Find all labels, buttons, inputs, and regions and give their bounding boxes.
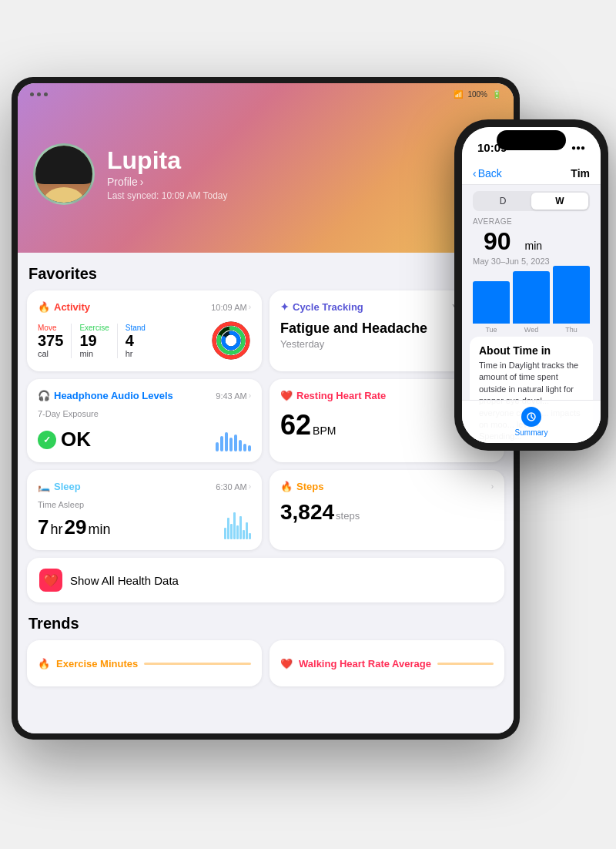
ok-badge: ✓ OK	[38, 428, 91, 451]
iphone-nav-title: Tim	[571, 167, 590, 180]
headphone-chevron: ›	[249, 391, 251, 400]
activity-title: 🔥 Activity	[38, 301, 90, 313]
sleep-hours: 7	[38, 515, 49, 539]
average-value-row: 90 min	[473, 227, 590, 255]
headphone-card-header: 🎧 Headphone Audio Levels 9:43 AM ›	[38, 390, 251, 401]
heart-unit: BPM	[313, 424, 336, 437]
scene: 📶 100% 🔋 Lupita Profile ›	[0, 0, 616, 849]
sleep-bars	[224, 512, 251, 539]
ipad-screen: 📶 100% 🔋 Lupita Profile ›	[18, 83, 514, 733]
stand-stat: Stand 4 hr	[126, 324, 146, 358]
sleep-time: 6:30 AM ›	[216, 482, 251, 492]
sleep-minutes: 29	[64, 515, 86, 539]
average-unit: min	[525, 240, 543, 252]
activity-time: 10:09 AM ›	[211, 303, 251, 312]
bar-label-thu: Thu	[565, 326, 578, 334]
ipad-content[interactable]: Favorites 🔥 Activity 10:09 AM ›	[18, 253, 514, 733]
exercise-unit: min	[79, 349, 109, 358]
time-asleep-label: Time Asleep	[38, 500, 251, 509]
audio-bar-1	[216, 442, 219, 451]
audio-bar-6	[239, 440, 242, 451]
activity-bottom: Move 375 cal Exercise 19 min	[38, 320, 251, 361]
sleep-bottom: 7 hr 29 min	[38, 512, 251, 539]
steps-title: 🔥 Steps	[280, 481, 323, 492]
header-text: Lupita Profile › Last synced: 10:09 AM T…	[107, 147, 228, 201]
trends-cards: 🔥 Exercise Minutes ❤️ Walking Heart Rate…	[27, 640, 504, 686]
audio-bar-3	[225, 432, 228, 451]
sleep-card[interactable]: 🛏️ Sleep 6:30 AM › Time Asleep 7	[27, 470, 262, 550]
bar-chart: Tue Wed Thu	[462, 272, 601, 334]
headphone-card[interactable]: 🎧 Headphone Audio Levels 9:43 AM › 7-Day…	[27, 379, 262, 462]
battery-icon: 🔋	[492, 90, 501, 99]
favorites-title: Favorites	[28, 265, 504, 283]
headphone-title: 🎧 Headphone Audio Levels	[38, 390, 173, 401]
user-name: Lupita	[107, 147, 228, 174]
sleep-duration: 7 hr 29 min	[38, 515, 110, 539]
ipad-header: Lupita Profile › Last synced: 10:09 AM T…	[18, 83, 514, 253]
activity-card[interactable]: 🔥 Activity 10:09 AM › Move	[27, 290, 262, 371]
summary-tab-label: Summary	[515, 428, 548, 437]
stand-unit: hr	[126, 349, 146, 358]
move-unit: cal	[38, 349, 63, 358]
bar-label-tue: Tue	[485, 326, 497, 334]
trends-title: Trends	[28, 615, 504, 633]
iphone-tab-bar: Summary	[462, 400, 601, 443]
trend-exercise-card[interactable]: 🔥 Exercise Minutes	[27, 640, 262, 686]
audio-bars	[216, 428, 251, 451]
audio-bar-8	[248, 445, 251, 451]
trend-exercise-title: Exercise Minutes	[56, 658, 138, 669]
cycle-title: ✦ Cycle Tracking	[280, 301, 363, 313]
tab-summary[interactable]: Summary	[515, 407, 548, 437]
iphone-screen: 10:09 ●●● ‹ Back Tim D W	[462, 127, 601, 443]
segment-week[interactable]: W	[531, 193, 588, 210]
heart-icon: ❤️	[280, 390, 293, 401]
steps-chevron: ›	[491, 482, 494, 491]
avatar-body	[43, 187, 85, 203]
sleep-icon: 🛏️	[38, 481, 50, 492]
stand-value: 4	[126, 332, 146, 349]
about-title: About Time in	[479, 344, 584, 357]
steps-icon: 🔥	[280, 481, 293, 492]
bar-col-wed: Wed	[513, 271, 550, 334]
steps-unit: steps	[336, 510, 360, 522]
move-value: 375	[38, 332, 63, 349]
profile-chevron: ›	[140, 176, 144, 188]
exercise-label: Exercise	[79, 324, 109, 332]
profile-link[interactable]: Profile ›	[107, 176, 228, 188]
segment-day[interactable]: D	[474, 193, 531, 210]
trend-heart-card[interactable]: ❤️ Walking Heart Rate Average	[270, 640, 504, 686]
activity-rings	[211, 320, 251, 361]
battery-label: 100%	[467, 90, 487, 99]
sleep-min-label: min	[88, 522, 110, 538]
average-value: 90	[484, 229, 511, 253]
show-all-card[interactable]: ❤️ Show All Health Data	[27, 558, 504, 602]
exposure-label: 7-Day Exposure	[38, 409, 251, 418]
move-stat: Move 375 cal	[38, 324, 72, 358]
segment-control[interactable]: D W	[473, 191, 590, 211]
move-label: Move	[38, 324, 63, 332]
activity-card-header: 🔥 Activity 10:09 AM ›	[38, 301, 251, 313]
iphone-battery: ●●●	[571, 143, 585, 152]
bar-thu	[553, 266, 590, 324]
steps-card-header: 🔥 Steps ›	[280, 481, 494, 492]
iphone-device: 10:09 ●●● ‹ Back Tim D W	[454, 119, 608, 451]
bar-col-tue: Tue	[473, 281, 510, 334]
status-right: 📶 100% 🔋	[454, 90, 501, 99]
summary-tab-icon	[521, 407, 541, 427]
headphone-bottom: ✓ OK	[38, 421, 251, 451]
avatar	[33, 143, 95, 205]
cards-grid: 🔥 Activity 10:09 AM › Move	[27, 290, 504, 550]
back-button[interactable]: ‹ Back	[473, 167, 502, 180]
audio-bar-7	[243, 444, 246, 451]
sleep-title: 🛏️ Sleep	[38, 481, 81, 492]
exercise-value: 19	[79, 332, 109, 349]
show-all-icon: ❤️	[39, 569, 62, 592]
audio-bar-5	[234, 435, 237, 451]
heart-value: 62	[280, 409, 311, 441]
wifi-icon: 📶	[454, 90, 463, 99]
steps-card[interactable]: 🔥 Steps › 3,824 steps	[270, 470, 504, 550]
bar-label-wed: Wed	[524, 326, 538, 334]
trend-heart-line	[437, 663, 494, 665]
headphone-icon: 🎧	[38, 390, 50, 401]
heart-title: ❤️ Resting Heart Rate	[280, 390, 386, 401]
